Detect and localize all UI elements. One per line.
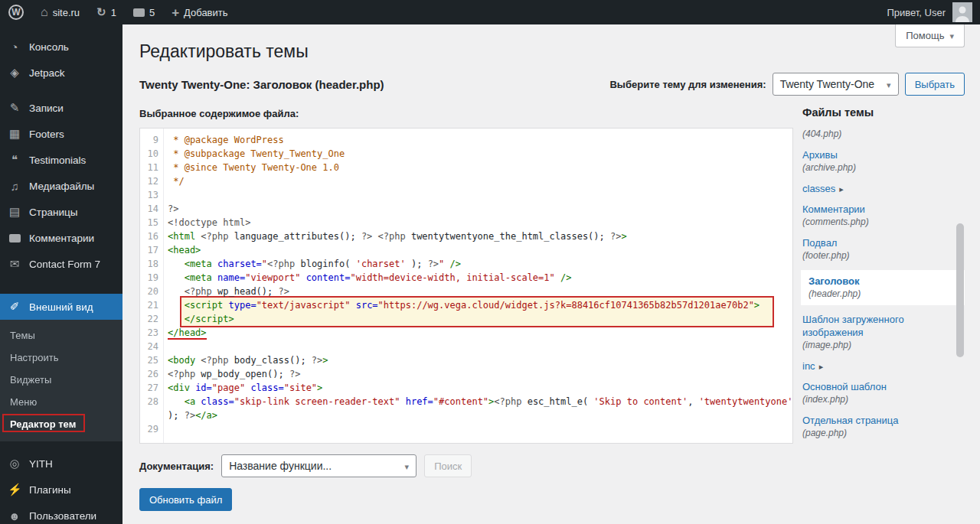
sidebar-item-jetpack[interactable]: Jetpack	[0, 60, 122, 86]
sidebar-item-yith[interactable]: YITH	[0, 451, 122, 477]
files-scrollbar-thumb[interactable]	[956, 223, 964, 357]
sidebar-item-pages[interactable]: Страницы	[0, 199, 122, 225]
submenu-item-theme-editor[interactable]: Редактор тем	[0, 413, 122, 435]
code-line[interactable]: 26<?php wp_body_open(); ?>	[140, 367, 792, 381]
file-filename: (image.php)	[802, 339, 965, 352]
wordpress-menu[interactable]	[0, 0, 32, 24]
dashboard-icon	[8, 41, 21, 54]
line-number: 26	[140, 367, 163, 381]
mail-icon	[8, 257, 21, 271]
theme-select-label: Выберите тему для изменения:	[609, 79, 766, 90]
pages-icon	[8, 205, 21, 219]
code-line[interactable]: 17<head>	[140, 243, 792, 257]
code-line[interactable]: 22 </script>	[140, 312, 792, 326]
menu-separator	[0, 86, 122, 95]
code-line[interactable]: 11 * @since Twenty Twenty-One 1.0	[140, 161, 792, 174]
sidebar-item-appearance[interactable]: Внешний вид	[0, 294, 122, 320]
code-lines: 9 * @package WordPress10 * @subpackage T…	[140, 129, 792, 436]
code-line[interactable]: 12 */	[140, 174, 792, 188]
sidebar-item-media[interactable]: Медиафайлы	[0, 173, 122, 199]
sidebar-item-dashboard[interactable]: Консоль	[0, 34, 122, 60]
code-line[interactable]: 21 <script type="text/javascript" src="h…	[140, 298, 792, 312]
update-file-button[interactable]: Обновить файл	[139, 488, 232, 511]
wordpress-logo-icon	[8, 5, 24, 20]
line-number: 16	[140, 229, 163, 243]
submenu-item-customize[interactable]: Настроить	[0, 347, 122, 369]
site-link[interactable]: site.ru	[32, 0, 88, 24]
theme-select[interactable]: Twenty Twenty-One	[773, 73, 899, 96]
file-link[interactable]: Архивы	[802, 149, 838, 161]
submenu-item-widgets[interactable]: Виджеты	[0, 369, 122, 391]
file-link[interactable]: Комментарии	[802, 203, 865, 215]
updates-indicator[interactable]: 1	[88, 0, 125, 24]
code-line[interactable]: 23</head>	[140, 326, 792, 340]
code-text: <meta name="viewport" content="width=dev…	[163, 271, 571, 285]
comments-icon	[8, 232, 21, 245]
file-link[interactable]: Шаблон загруженного изображения	[802, 314, 904, 338]
line-number: 15	[140, 216, 163, 229]
code-line[interactable]: 20 <?php wp_head(); ?>	[140, 285, 792, 298]
documentation-select[interactable]: Название функции...	[221, 454, 416, 477]
code-line[interactable]: 9 * @package WordPress	[140, 133, 792, 147]
code-line[interactable]: 13	[140, 188, 792, 202]
greeting-text: Привет, User	[887, 7, 946, 18]
menu-separator	[0, 277, 122, 294]
code-line[interactable]: 24	[140, 340, 792, 353]
code-line[interactable]: 10 * @subpackage Twenty_Twenty_One	[140, 147, 792, 161]
code-line[interactable]: 28 <a class="skip-link screen-reader-tex…	[140, 395, 792, 408]
folder-link[interactable]: inc	[802, 360, 815, 372]
home-icon	[41, 5, 48, 19]
account-menu[interactable]: Привет, User	[887, 7, 946, 18]
line-number: 19	[140, 271, 163, 285]
file-item-header-current[interactable]: Заголовок (header.php)	[801, 270, 965, 305]
code-line[interactable]: 19 <meta name="viewport" content="width=…	[140, 271, 792, 285]
users-icon	[8, 509, 21, 522]
sidebar-item-comments[interactable]: Комментарии	[0, 225, 122, 251]
code-line[interactable]: 15<!doctype html>	[140, 216, 792, 229]
code-text: * @since Twenty Twenty-One 1.0	[163, 161, 339, 174]
file-link[interactable]: Основной шаблон	[802, 381, 887, 392]
file-item-comments: Комментарии (comments.php)	[801, 203, 965, 229]
code-line[interactable]: 25<body <?php body_class(); ?>>	[140, 353, 792, 367]
sidebar-item-plugins[interactable]: Плагины	[0, 477, 122, 503]
sidebar-item-label: Внешний вид	[29, 301, 93, 313]
menu-separator	[0, 441, 122, 451]
submenu-item-menus[interactable]: Меню	[0, 391, 122, 413]
folder-link[interactable]: classes	[802, 183, 835, 194]
code-line[interactable]: 27<div id="page" class="site">	[140, 381, 792, 395]
file-link[interactable]: Отдельная страница	[802, 415, 898, 426]
code-line[interactable]: ); ?></a>	[140, 408, 792, 422]
lookup-button[interactable]: Поиск	[424, 454, 472, 477]
line-number: 23	[140, 326, 163, 340]
sidebar-item-contact-form-7[interactable]: Contact Form 7	[0, 251, 122, 277]
select-theme-button[interactable]: Выбрать	[905, 73, 965, 96]
sidebar-item-label: Страницы	[29, 207, 77, 218]
comments-indicator[interactable]: 5	[125, 0, 163, 24]
file-link[interactable]: Подвал	[802, 237, 837, 249]
sidebar-item-users[interactable]: Пользователи	[0, 503, 122, 524]
file-filename: (header.php)	[808, 288, 959, 301]
chevron-down-icon	[887, 78, 891, 90]
code-line[interactable]: 18 <meta charset="<?php bloginfo( 'chars…	[140, 257, 792, 271]
sidebar-item-posts[interactable]: Записи	[0, 95, 122, 121]
admin-bar: site.ru 1 5 Добавить Привет, User	[0, 0, 980, 24]
admin-bar-left: site.ru 1 5 Добавить	[0, 0, 237, 24]
help-button[interactable]: Помощь	[895, 24, 965, 47]
code-text: <div id="page" class="site">	[163, 381, 322, 395]
code-editor[interactable]: 9 * @package WordPress10 * @subpackage T…	[139, 128, 793, 444]
footers-icon	[8, 127, 21, 141]
line-number: 21	[140, 298, 163, 312]
code-line[interactable]: 29	[140, 422, 792, 436]
sidebar-item-label: Contact Form 7	[29, 259, 100, 270]
code-line[interactable]: 16<html <?php language_attributes(); ?> …	[140, 229, 792, 243]
comments-count: 5	[149, 7, 155, 18]
sidebar-item-footers[interactable]: Footers	[0, 121, 122, 147]
sidebar-item-testimonials[interactable]: Testimonials	[0, 147, 122, 173]
submenu-item-themes[interactable]: Темы	[0, 324, 122, 347]
documentation-select-value: Название функции...	[229, 460, 332, 472]
code-line[interactable]: 14?>	[140, 202, 792, 216]
line-number: 28	[140, 395, 163, 408]
plugins-icon	[8, 483, 21, 496]
avatar[interactable]	[952, 2, 972, 22]
new-content-button[interactable]: Добавить	[163, 0, 236, 24]
